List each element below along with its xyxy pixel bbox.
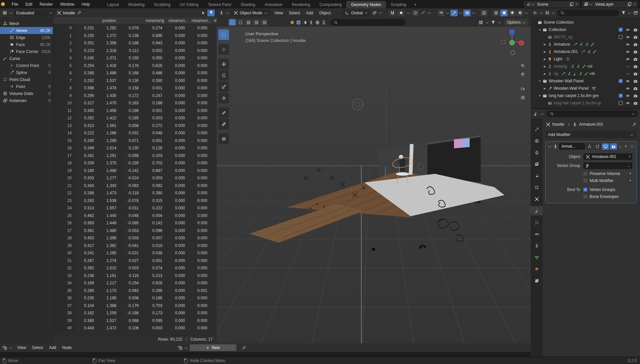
- table-row[interactable]: 180.2091.375-0.1590.7020.0000.000: [53, 159, 217, 167]
- table-row[interactable]: 170.2611.291-0.0980.2030.0000.000: [53, 152, 217, 160]
- bone-envelopes-checkbox[interactable]: [583, 195, 587, 199]
- node-menu-add[interactable]: Add: [46, 345, 59, 350]
- snap-target-button[interactable]: [397, 10, 405, 16]
- camera-toggle-icon[interactable]: [633, 49, 638, 54]
- eye-icon[interactable]: [625, 86, 630, 91]
- data-source-item-spline[interactable]: Spline0: [0, 69, 53, 76]
- column-header-position[interactable]: position: [76, 17, 143, 24]
- viewport-editor-type-icon[interactable]: [219, 10, 224, 16]
- falloff-curve-icon[interactable]: [420, 10, 426, 16]
- properties-tab-physics[interactable]: [531, 229, 543, 239]
- eye-icon[interactable]: [625, 100, 630, 106]
- properties-tab-material[interactable]: [531, 264, 543, 274]
- node-editor-type-icon[interactable]: [2, 345, 7, 350]
- outliner-row-light[interactable]: ▶Light: [531, 55, 640, 63]
- outliner-row-rig[interactable]: ▶rig+99: [531, 70, 640, 77]
- pin-icon[interactable]: [76, 10, 82, 16]
- new-collection-icon[interactable]: [633, 10, 638, 16]
- eye-icon[interactable]: [625, 42, 630, 47]
- animate-dot[interactable]: •: [630, 178, 631, 183]
- breadcrumb-object[interactable]: hoodie: [552, 122, 564, 127]
- expander-icon[interactable]: ▶: [543, 50, 547, 53]
- render-display-toggle[interactable]: [610, 143, 617, 150]
- data-source-group-curve[interactable]: Curve: [0, 55, 53, 62]
- properties-tab-tool[interactable]: [531, 124, 543, 134]
- vertex-groups-checkbox[interactable]: [583, 188, 587, 192]
- expand-chevron-icon[interactable]: [548, 144, 551, 148]
- table-row[interactable]: 300.2411.265-0.0210.0380.0000.000: [53, 249, 217, 257]
- table-row[interactable]: 120.2921.4220.1850.0030.0000.000: [53, 114, 217, 122]
- outliner-row-wgts-rig[interactable]: WGTS_rig: [531, 33, 640, 41]
- workspace-tab-shading[interactable]: Shading: [236, 1, 260, 8]
- table-row[interactable]: 190.1801.488-0.1420.8870.0000.000: [53, 167, 217, 175]
- select-mode-circle-button[interactable]: [245, 19, 252, 26]
- table-row[interactable]: 110.3451.4560.1860.0010.0000.000: [53, 107, 217, 115]
- eye-icon[interactable]: [625, 34, 630, 40]
- workspace-tab-modeling[interactable]: Modeling: [124, 1, 149, 8]
- menu-render[interactable]: Render: [36, 2, 56, 7]
- pan-hand-icon[interactable]: [520, 71, 525, 77]
- expander-icon[interactable]: ▼: [538, 28, 542, 31]
- table-row[interactable]: 320.3921.5100.0030.0740.0000.000: [53, 264, 217, 272]
- table-row[interactable]: 10.2301.2720.1360.6950.0000.000: [53, 32, 217, 40]
- expander-icon[interactable]: ▶: [543, 87, 547, 90]
- properties-tab-texture[interactable]: [531, 276, 543, 285]
- properties-tab-modifiers[interactable]: [531, 206, 543, 215]
- pin-icon[interactable]: [631, 122, 637, 127]
- mode-dropdown[interactable]: Object Mode: [231, 10, 270, 16]
- shading-ball-icon[interactable]: [289, 20, 295, 25]
- table-row[interactable]: 330.2381.1610.1160.2130.0000.000: [53, 272, 217, 280]
- camera-toggle-icon[interactable]: [633, 71, 638, 76]
- select-mode-tweak-button[interactable]: [229, 19, 236, 26]
- scene-selector[interactable]: Scene ×: [524, 1, 580, 8]
- contrast-icon[interactable]: [302, 20, 307, 25]
- outliner-row-wooden-wall-panel[interactable]: ▼Wooden Wall Panel: [531, 77, 640, 85]
- outliner-row-wooden-wall-panel[interactable]: ▶Wooden Wall Panel: [531, 85, 640, 92]
- table-row[interactable]: 240.3131.557-0.0110.2220.0000.000: [53, 204, 217, 212]
- animate-dot[interactable]: •: [630, 171, 631, 176]
- eye-icon[interactable]: [625, 27, 630, 32]
- add-cube-tool[interactable]: [218, 133, 229, 144]
- table-row[interactable]: 70.2921.5370.1300.3500.0000.000: [53, 77, 217, 85]
- expander-icon[interactable]: ▼: [538, 80, 542, 83]
- modifier-extras-chevron[interactable]: [619, 144, 622, 148]
- expander-icon[interactable]: ▶: [543, 58, 547, 61]
- table-row[interactable]: 130.3131.5610.0580.2720.0000.000: [53, 122, 217, 130]
- shading-wireframe-button[interactable]: [492, 10, 500, 16]
- menu-window[interactable]: Window: [56, 2, 78, 7]
- outliner-editor-type-icon[interactable]: [532, 10, 538, 16]
- properties-tab-constraints[interactable]: [531, 241, 543, 250]
- workspace-tab-animation[interactable]: Animation: [260, 1, 287, 8]
- workspace-tab-compositing[interactable]: Compositing: [315, 1, 346, 8]
- display-mode-icon[interactable]: [545, 10, 550, 16]
- zoom-icon[interactable]: [520, 63, 525, 68]
- table-row[interactable]: 140.2221.2660.0320.0480.0000.000: [53, 129, 217, 137]
- rotate-tool[interactable]: [218, 70, 229, 81]
- preserve-volume-checkbox[interactable]: [583, 172, 587, 176]
- transform-orientation-dropdown[interactable]: Global: [342, 10, 370, 16]
- eye-icon[interactable]: [625, 93, 630, 98]
- exclude-checkbox[interactable]: [619, 94, 623, 98]
- breadcrumb-item[interactable]: Armature.001: [579, 122, 603, 127]
- measure-tool[interactable]: [218, 119, 229, 129]
- multi-modifier-checkbox[interactable]: [583, 179, 587, 183]
- spreadsheet-editor-type-icon[interactable]: [2, 10, 7, 16]
- table-row[interactable]: 310.2671.2740.0270.0010.0000.000: [53, 257, 217, 265]
- eye-icon[interactable]: [625, 49, 630, 54]
- camera-toggle-icon[interactable]: [633, 56, 638, 62]
- camera-toggle-icon[interactable]: [633, 100, 638, 106]
- exclude-checkbox[interactable]: [619, 101, 623, 105]
- object-value-field[interactable]: Armature.001 ×: [583, 153, 632, 160]
- data-source-item-vertex[interactable]: Vertex60.2K: [0, 27, 53, 34]
- annotate-tool[interactable]: [218, 107, 229, 118]
- expander-icon[interactable]: ▶: [543, 72, 547, 75]
- viewport-search[interactable]: [330, 19, 406, 26]
- invert-vertex-group-icon[interactable]: ↔: [627, 163, 631, 168]
- table-row[interactable]: 220.2881.473-0.1180.3900.0000.000: [53, 189, 217, 197]
- exclude-checkbox[interactable]: [619, 35, 623, 39]
- camera-toggle-icon[interactable]: [633, 42, 638, 47]
- node-editor-canvas[interactable]: [0, 352, 531, 357]
- table-row[interactable]: 100.3171.4750.1630.1880.0000.000: [53, 99, 217, 107]
- shading-rendered-button[interactable]: [516, 10, 524, 16]
- menu-help[interactable]: Help: [78, 2, 94, 7]
